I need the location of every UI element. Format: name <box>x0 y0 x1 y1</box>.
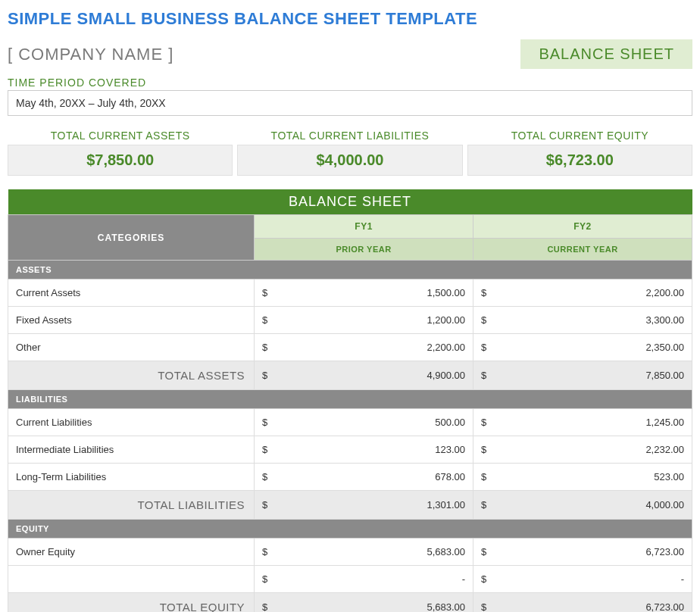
summary-liabilities: TOTAL CURRENT LIABILITIES $4,000.00 <box>237 130 462 176</box>
summary-equity-value: $6,723.00 <box>467 145 692 176</box>
row-fy2[interactable]: $2,232.00 <box>473 436 692 464</box>
row-fy2[interactable]: $6,723.00 <box>473 539 692 566</box>
total-liabilities-label: TOTAL LIABILITIES <box>8 491 255 520</box>
row-label: Other <box>8 334 255 361</box>
row-fy2[interactable]: $- <box>473 566 692 593</box>
summary-row: TOTAL CURRENT ASSETS $7,850.00 TOTAL CUR… <box>8 130 692 176</box>
row-fy2[interactable]: $523.00 <box>473 464 692 491</box>
total-equity-row: TOTAL EQUITY $5,683.00 $6,723.00 <box>8 593 692 613</box>
equity-header: EQUITY <box>8 520 692 539</box>
row-fy1[interactable]: $5,683.00 <box>255 539 473 566</box>
row-label: Long-Term Liabilities <box>8 464 255 491</box>
company-name: [ COMPANY NAME ] <box>8 45 173 64</box>
total-equity-fy2: $6,723.00 <box>473 593 692 613</box>
categories-header: CATEGORIES <box>8 215 255 261</box>
fy2-header: FY2 <box>473 215 692 239</box>
balance-sheet-badge: BALANCE SHEET <box>520 39 692 69</box>
prior-year-header: PRIOR YEAR <box>255 239 473 261</box>
table-fy-row: CATEGORIES FY1 FY2 <box>8 215 692 239</box>
table-row: Fixed Assets $1,200.00 $3,300.00 <box>8 307 692 334</box>
total-equity-fy1: $5,683.00 <box>255 593 473 613</box>
total-liabilities-fy1: $1,301.00 <box>255 491 473 520</box>
row-fy2[interactable]: $1,245.00 <box>473 409 692 436</box>
row-label: Owner Equity <box>8 539 255 566</box>
table-row: Other $2,200.00 $2,350.00 <box>8 334 692 361</box>
summary-assets: TOTAL CURRENT ASSETS $7,850.00 <box>8 130 233 176</box>
table-row: Current Assets $1,500.00 $2,200.00 <box>8 279 692 307</box>
table-row: Intermediate Liabilities $123.00 $2,232.… <box>8 436 692 464</box>
table-row: Current Liabilities $500.00 $1,245.00 <box>8 409 692 436</box>
fy1-header: FY1 <box>255 215 473 239</box>
row-label: Intermediate Liabilities <box>8 436 255 464</box>
row-fy2[interactable]: $2,350.00 <box>473 334 692 361</box>
row-fy2[interactable]: $2,200.00 <box>473 279 692 307</box>
total-liabilities-row: TOTAL LIABILITIES $1,301.00 $4,000.00 <box>8 491 692 520</box>
total-assets-row: TOTAL ASSETS $4,900.00 $7,850.00 <box>8 361 692 390</box>
table-title: BALANCE SHEET <box>8 189 692 215</box>
liabilities-header: LIABILITIES <box>8 390 692 409</box>
row-label: Fixed Assets <box>8 307 255 334</box>
summary-assets-value: $7,850.00 <box>8 145 233 176</box>
total-assets-label: TOTAL ASSETS <box>8 361 255 390</box>
page-title: SIMPLE SMALL BUSINESS BALANCE SHEET TEMP… <box>8 9 692 29</box>
row-fy1[interactable]: $678.00 <box>255 464 473 491</box>
row-fy1[interactable]: $- <box>255 566 473 593</box>
summary-liabilities-label: TOTAL CURRENT LIABILITIES <box>237 130 462 142</box>
row-fy1[interactable]: $1,200.00 <box>255 307 473 334</box>
time-period-label: TIME PERIOD COVERED <box>8 76 692 89</box>
table-row: $- $- <box>8 566 692 593</box>
summary-equity-label: TOTAL CURRENT EQUITY <box>467 130 692 142</box>
row-fy1[interactable]: $2,200.00 <box>255 334 473 361</box>
time-period-value[interactable]: May 4th, 20XX – July 4th, 20XX <box>8 90 692 116</box>
table-title-row: BALANCE SHEET <box>8 189 692 215</box>
table-row: Long-Term Liabilities $678.00 $523.00 <box>8 464 692 491</box>
balance-sheet-table: BALANCE SHEET CATEGORIES FY1 FY2 PRIOR Y… <box>8 189 692 612</box>
assets-section-header: ASSETS <box>8 261 692 279</box>
row-fy2[interactable]: $3,300.00 <box>473 307 692 334</box>
equity-section-header: EQUITY <box>8 520 692 539</box>
liabilities-section-header: LIABILITIES <box>8 390 692 409</box>
row-fy1[interactable]: $500.00 <box>255 409 473 436</box>
summary-assets-label: TOTAL CURRENT ASSETS <box>8 130 233 142</box>
current-year-header: CURRENT YEAR <box>473 239 692 261</box>
header-row: [ COMPANY NAME ] BALANCE SHEET <box>8 39 692 69</box>
row-fy1[interactable]: $123.00 <box>255 436 473 464</box>
summary-equity: TOTAL CURRENT EQUITY $6,723.00 <box>467 130 692 176</box>
row-label: Current Assets <box>8 279 255 307</box>
total-assets-fy1: $4,900.00 <box>255 361 473 390</box>
total-liabilities-fy2: $4,000.00 <box>473 491 692 520</box>
total-assets-fy2: $7,850.00 <box>473 361 692 390</box>
row-label <box>8 566 255 593</box>
row-fy1[interactable]: $1,500.00 <box>255 279 473 307</box>
total-equity-label: TOTAL EQUITY <box>8 593 255 613</box>
summary-liabilities-value: $4,000.00 <box>237 145 462 176</box>
table-row: Owner Equity $5,683.00 $6,723.00 <box>8 539 692 566</box>
assets-header: ASSETS <box>8 261 692 279</box>
row-label: Current Liabilities <box>8 409 255 436</box>
